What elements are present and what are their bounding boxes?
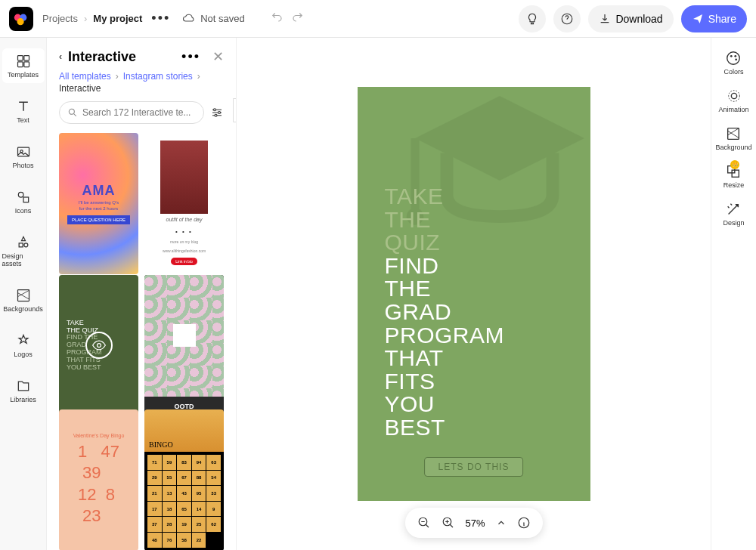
svg-point-26 [736,58,738,60]
redo-icon[interactable] [291,12,305,26]
search-input-wrapper[interactable] [59,101,204,124]
info-button[interactable] [517,516,531,530]
template-quiz-green[interactable]: TAKE THE QUIZ FIND THE GRAD PROGRAM THAT… [59,275,138,416]
right-resize[interactable]: 👑 Resize [723,163,745,189]
rail-libraries[interactable]: Libraries [2,373,45,408]
cta-button[interactable]: LETS DO THIS [424,457,524,477]
headline-text[interactable]: TAKE THE QUIZ FIND THE GRAD PROGRAM THAT… [385,185,505,440]
crumb-instagram-stories[interactable]: Instagram stories [123,71,193,82]
breadcrumb: Projects › My project [42,13,142,24]
colors-icon [725,50,742,66]
panel-more-button[interactable]: ••• [181,49,200,65]
photo-placeholder [160,141,208,214]
undo-redo-group [270,12,305,26]
zoom-in-icon [441,516,454,530]
zoom-toolbar: 57% [404,508,542,538]
rail-templates[interactable]: Templates [2,48,45,83]
left-rail: Templates Text Photos Icons Design asset… [0,38,47,550]
template-ootd-floral[interactable]: OOTD [144,275,224,416]
panel-breadcrumbs: All templates › Instagram stories › [47,71,236,82]
background-icon [725,125,742,142]
cloud-icon [182,12,196,26]
text-icon [15,98,32,115]
panel-header: ‹ Interactive ••• ✕ [47,38,236,71]
right-design[interactable]: Design [723,201,744,227]
template-halloween-bingo[interactable]: BINGO 7159839463295567885421134395331718… [144,409,224,550]
bingo-grid: 7159839463295567885421134395331718651493… [144,452,224,550]
right-animation[interactable]: Animation [718,88,748,113]
svg-rect-31 [733,170,739,177]
help-icon [560,12,574,26]
right-background[interactable]: Background [715,125,751,151]
templates-panel: › ‹ Interactive ••• ✕ All templates › In… [47,38,237,550]
breadcrumb-current[interactable]: My project [93,13,142,24]
rail-photos[interactable]: Photos [2,139,45,174]
svg-point-27 [731,93,736,98]
adobe-express-icon [13,11,29,27]
download-button[interactable]: Download [588,5,673,32]
header-actions: Download Share [519,5,747,32]
shapes-icon [15,189,32,205]
download-icon [599,13,611,25]
svg-point-24 [730,55,733,57]
svg-point-16 [215,114,217,116]
svg-rect-6 [17,62,23,67]
canvas-area: TAKE THE QUIZ FIND THE GRAD PROGRAM THAT… [237,38,711,550]
help-button[interactable] [553,5,581,32]
template-valentine-bingo[interactable]: Valentine's Day Bingo 1 47 39 12 8 23 [59,409,138,550]
svg-point-17 [97,344,101,348]
zoom-out-button[interactable] [417,516,430,530]
send-icon [692,13,704,25]
svg-rect-5 [23,56,29,61]
chevron-right-icon: › [116,71,119,82]
panel-title: Interactive [68,49,175,65]
libraries-icon [15,378,32,394]
svg-rect-7 [23,62,29,67]
canvas-viewport[interactable]: TAKE THE QUIZ FIND THE GRAD PROGRAM THAT… [237,38,711,550]
zoom-in-button[interactable] [441,516,454,530]
lightbulb-icon [525,12,539,26]
more-options-button[interactable]: ••• [151,11,170,26]
rail-logos[interactable]: Logos [2,328,45,363]
back-button[interactable]: ‹ [59,51,62,62]
chevron-right-icon: › [197,71,200,82]
search-row [47,101,236,133]
svg-point-23 [727,52,740,65]
artboard[interactable]: TAKE THE QUIZ FIND THE GRAD PROGRAM THAT… [358,87,590,501]
rail-icons[interactable]: Icons [2,184,45,219]
lightbulb-button[interactable] [519,5,546,32]
photos-icon [15,144,32,160]
filter-button[interactable] [210,104,224,121]
panel-close-button[interactable]: ✕ [212,48,224,65]
zoom-level: 57% [465,518,485,529]
chevron-right-icon: › [84,13,87,24]
svg-point-10 [18,192,23,197]
svg-point-25 [735,55,737,57]
template-outfit-of-day[interactable]: outfit of the day • • • more on my blog … [144,133,224,274]
zoom-menu-button[interactable] [496,518,507,528]
templates-icon [15,53,32,70]
crumb-all-templates[interactable]: All templates [59,71,111,82]
shirt-icon [173,324,196,347]
preview-icon [85,332,113,359]
save-status: Not saved [182,12,245,26]
undo-icon[interactable] [270,12,284,26]
app-header: Projects › My project ••• Not saved Down… [0,0,756,38]
magic-wand-icon [725,201,742,218]
rail-text[interactable]: Text [2,94,45,128]
share-button[interactable]: Share [681,5,747,32]
right-rail: Colors Animation Background 👑 Resize Des… [711,38,756,550]
panel-subcategory: Interactive [47,82,236,101]
template-ama[interactable]: AMA I'll be answering Q's for the next 2… [59,133,138,274]
breadcrumb-root[interactable]: Projects [42,13,78,24]
logos-icon [15,332,32,349]
app-logo[interactable] [9,7,33,31]
rail-design-assets[interactable]: Design assets [2,230,45,272]
right-colors[interactable]: Colors [723,50,743,76]
template-grid: AMA I'll be answering Q's for the next 2… [47,133,236,550]
backgrounds-icon [15,287,32,304]
chevron-up-icon [496,518,507,528]
search-input[interactable] [82,107,196,118]
svg-rect-4 [17,56,23,61]
rail-backgrounds[interactable]: Backgrounds [2,283,45,317]
